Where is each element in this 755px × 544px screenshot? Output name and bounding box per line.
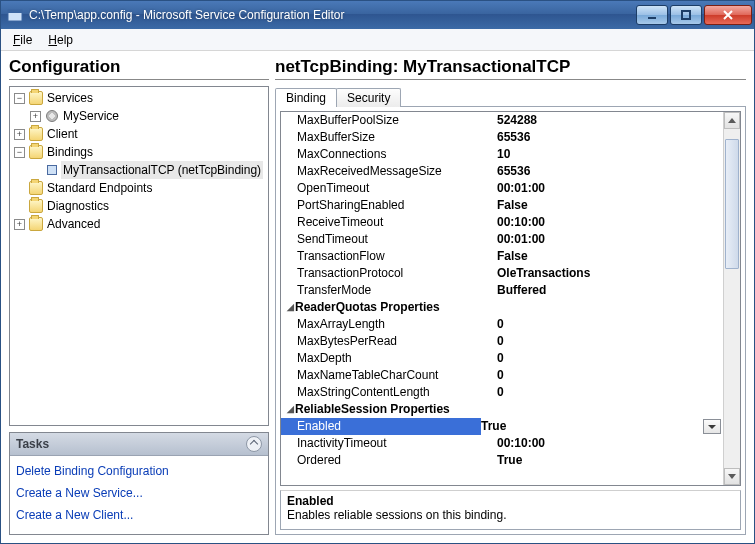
task-new-service[interactable]: Create a New Service... (16, 482, 262, 504)
property-row[interactable]: TransactionProtocolOleTransactions (281, 265, 723, 282)
property-row[interactable]: MaxDepth0 (281, 350, 723, 367)
property-row[interactable]: OrderedTrue (281, 452, 723, 469)
scrollbar-vertical[interactable] (723, 112, 740, 485)
tab-security[interactable]: Security (336, 88, 401, 107)
property-row[interactable]: SendTimeout00:01:00 (281, 231, 723, 248)
tasks-panel: Tasks Delete Binding Configuration Creat… (9, 432, 269, 535)
scroll-up-button[interactable] (724, 112, 740, 129)
tree-bindings[interactable]: −Bindings (14, 143, 266, 161)
binding-heading: netTcpBinding: MyTransactionalTCP (275, 57, 746, 80)
menu-file[interactable]: File (13, 33, 32, 47)
task-delete-binding[interactable]: Delete Binding Configuration (16, 460, 262, 482)
svg-rect-2 (648, 17, 656, 19)
property-grid[interactable]: MaxBufferPoolSize524288MaxBufferSize6553… (281, 112, 723, 485)
tasks-heading[interactable]: Tasks (10, 433, 268, 456)
menu-help[interactable]: Help (48, 33, 73, 47)
property-row[interactable]: MaxBufferSize65536 (281, 129, 723, 146)
gear-icon (45, 109, 59, 123)
dropdown-button[interactable] (703, 419, 721, 434)
minimize-button[interactable] (636, 5, 668, 25)
property-row[interactable]: MaxConnections10 (281, 146, 723, 163)
tree-standard-endpoints[interactable]: Standard Endpoints (14, 179, 266, 197)
folder-icon (29, 199, 43, 213)
menubar: File Help (1, 29, 754, 51)
tabs: Binding Security (275, 84, 746, 106)
property-row[interactable]: EnabledTrue (281, 418, 723, 435)
configuration-heading: Configuration (9, 57, 269, 80)
property-row[interactable]: MaxBufferPoolSize524288 (281, 112, 723, 129)
property-category[interactable]: ◢ReliableSession Properties (281, 401, 723, 418)
property-category[interactable]: ◢ReaderQuotas Properties (281, 299, 723, 316)
tree-diagnostics[interactable]: Diagnostics (14, 197, 266, 215)
property-row[interactable]: InactivityTimeout00:10:00 (281, 435, 723, 452)
property-row[interactable]: MaxBytesPerRead0 (281, 333, 723, 350)
tree-client[interactable]: +Client (14, 125, 266, 143)
titlebar[interactable]: C:\Temp\app.config - Microsoft Service C… (1, 1, 754, 29)
tab-binding[interactable]: Binding (275, 88, 337, 107)
chevron-up-icon[interactable] (246, 436, 262, 452)
folder-icon (29, 91, 43, 105)
tree-services[interactable]: −Services (14, 89, 266, 107)
endpoint-icon (45, 163, 59, 177)
configuration-tree[interactable]: −Services +MyService +Client −Bindings M… (9, 86, 269, 426)
property-row[interactable]: MaxArrayLength0 (281, 316, 723, 333)
property-row[interactable]: ReceiveTimeout00:10:00 (281, 214, 723, 231)
property-help: Enabled Enables reliable sessions on thi… (280, 490, 741, 530)
property-row[interactable]: TransactionFlowFalse (281, 248, 723, 265)
property-row[interactable]: MaxStringContentLength0 (281, 384, 723, 401)
folder-icon (29, 217, 43, 231)
svg-rect-1 (8, 10, 22, 13)
tree-binding-item[interactable]: MyTransactionalTCP (netTcpBinding) (30, 161, 266, 179)
app-icon (7, 7, 23, 23)
property-row[interactable]: PortSharingEnabledFalse (281, 197, 723, 214)
tree-advanced[interactable]: +Advanced (14, 215, 266, 233)
scroll-down-button[interactable] (724, 468, 740, 485)
tree-myservice[interactable]: +MyService (30, 107, 266, 125)
window-title: C:\Temp\app.config - Microsoft Service C… (29, 8, 634, 22)
property-row[interactable]: TransferModeBuffered (281, 282, 723, 299)
svg-rect-3 (682, 11, 690, 19)
folder-icon (29, 145, 43, 159)
folder-icon (29, 181, 43, 195)
help-title: Enabled (287, 494, 734, 508)
maximize-button[interactable] (670, 5, 702, 25)
folder-icon (29, 127, 43, 141)
property-row[interactable]: MaxReceivedMessageSize65536 (281, 163, 723, 180)
close-button[interactable] (704, 5, 752, 25)
scroll-thumb[interactable] (725, 139, 739, 269)
property-row[interactable]: OpenTimeout00:01:00 (281, 180, 723, 197)
app-window: C:\Temp\app.config - Microsoft Service C… (0, 0, 755, 544)
task-new-client[interactable]: Create a New Client... (16, 504, 262, 526)
help-text: Enables reliable sessions on this bindin… (287, 508, 734, 522)
property-row[interactable]: MaxNameTableCharCount0 (281, 367, 723, 384)
